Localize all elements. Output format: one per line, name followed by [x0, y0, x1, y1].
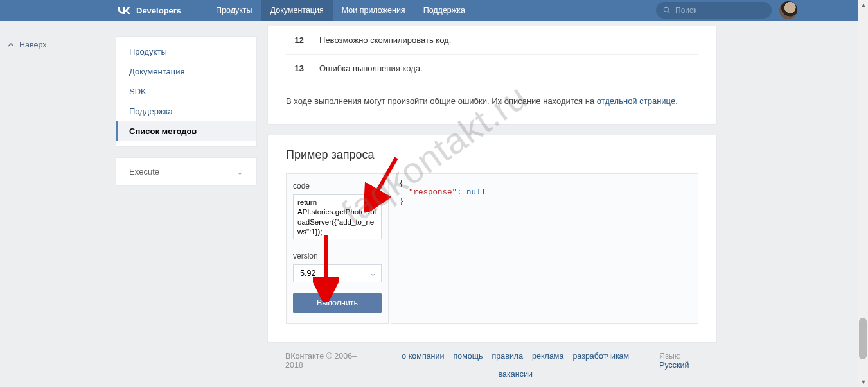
- result-column: { "response": null }: [391, 173, 698, 324]
- sidebar: Продукты Документация SDK Поддержка Спис…: [116, 26, 257, 387]
- example-panel: Пример запроса code version ⌄ Выполнит: [267, 135, 717, 343]
- footer-link-help[interactable]: помощь: [453, 352, 483, 361]
- vk-logo[interactable]: Developers: [116, 3, 181, 18]
- lang-link[interactable]: Русский: [659, 361, 689, 370]
- footer-links: о компании помощь правила реклама разраб…: [397, 352, 633, 379]
- sidebar-item-products[interactable]: Продукты: [116, 42, 256, 62]
- sandbox: code version ⌄ Выполнить { "response": n…: [286, 173, 698, 324]
- nav-products[interactable]: Продукты: [207, 0, 261, 21]
- top-nav: Продукты Документация Мои приложения Под…: [207, 0, 474, 21]
- error-text: Невозможно скомпилировать код.: [319, 35, 451, 45]
- sidebar-item-docs[interactable]: Документация: [116, 62, 256, 82]
- nav-support[interactable]: Поддержка: [414, 0, 474, 21]
- scroll-thumb[interactable]: [859, 318, 867, 359]
- code-label: code: [293, 182, 382, 191]
- footer-link-about[interactable]: о компании: [402, 352, 444, 361]
- footer-link-devs[interactable]: разработчикам: [572, 352, 629, 361]
- version-input[interactable]: [293, 264, 382, 282]
- error-row: 12 Невозможно скомпилировать код.: [286, 26, 698, 55]
- nav-apps[interactable]: Мои приложения: [333, 0, 414, 21]
- footer-link-jobs[interactable]: вакансии: [499, 370, 533, 379]
- example-title: Пример запроса: [286, 148, 698, 162]
- copyright: ВКонтакте © 2006–2018: [285, 352, 371, 379]
- run-button[interactable]: Выполнить: [293, 293, 382, 313]
- sidebar-item-support[interactable]: Поддержка: [116, 101, 256, 121]
- execute-label: Execute: [129, 167, 159, 176]
- chevron-down-icon: ⌄: [236, 167, 244, 176]
- footer: ВКонтакте © 2006–2018 о компании помощь …: [267, 343, 717, 387]
- top-bar: Developers Продукты Документация Мои при…: [0, 0, 868, 21]
- sidebar-item-sdk[interactable]: SDK: [116, 82, 256, 101]
- search-box[interactable]: [656, 2, 772, 19]
- form-column: code version ⌄ Выполнить: [286, 173, 389, 324]
- response-val: null: [466, 188, 486, 197]
- errors-panel: 12 Невозможно скомпилировать код. 13 Оши…: [267, 26, 717, 125]
- footer-lang: Язык: Русский: [659, 352, 711, 379]
- vk-icon: [116, 3, 131, 18]
- scroll-up-icon[interactable]: ▲: [858, 0, 868, 10]
- page-scrollbar[interactable]: ▲ ▼: [858, 0, 868, 387]
- search-icon: [662, 6, 671, 15]
- search-input[interactable]: [675, 6, 765, 15]
- error-code: 13: [286, 64, 304, 73]
- version-label: version: [293, 252, 382, 261]
- lang-label: Язык:: [659, 352, 680, 361]
- response-key: "response": [409, 188, 457, 197]
- scroll-down-icon[interactable]: ▼: [858, 377, 868, 387]
- avatar[interactable]: [779, 1, 797, 19]
- footer-link-rules[interactable]: правила: [492, 352, 524, 361]
- svg-point-0: [664, 7, 668, 12]
- execute-dropdown[interactable]: Execute ⌄: [116, 157, 257, 186]
- main-content: 12 Невозможно скомпилировать код. 13 Оши…: [267, 26, 717, 387]
- brand-text: Developers: [136, 6, 181, 15]
- svg-line-1: [668, 12, 670, 13]
- general-errors-link[interactable]: отдельной странице: [597, 96, 675, 106]
- error-row: 13 Ошибка выполнения кода.: [286, 55, 698, 82]
- error-code: 12: [286, 35, 304, 45]
- side-menu: Продукты Документация SDK Поддержка Спис…: [116, 36, 257, 147]
- nav-docs[interactable]: Документация: [261, 0, 333, 21]
- code-textarea[interactable]: [293, 194, 382, 239]
- sidebar-item-methods[interactable]: Список методов: [116, 121, 256, 141]
- general-errors-note: В ходе выполнения могут произойти общие …: [286, 95, 698, 108]
- general-errors-prefix: В ходе выполнения могут произойти общие …: [286, 96, 597, 106]
- error-text: Ошибка выполнения кода.: [319, 64, 423, 73]
- footer-link-ads[interactable]: реклама: [532, 352, 563, 361]
